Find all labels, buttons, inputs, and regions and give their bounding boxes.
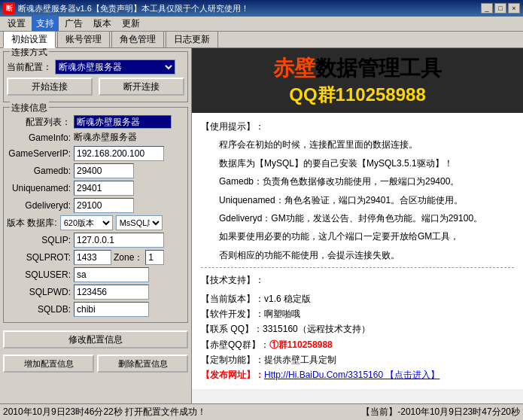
sqluser-input[interactable] — [74, 267, 149, 282]
left-panel: 连接方式 当前配置： 断魂赤壁服务器 开始连接 断开连接 连接信息 — [0, 48, 192, 403]
tip-5: 如果要使用必要的功能，这几个端口一定要开放给GM工具， — [201, 229, 514, 244]
config-list-label: 配置列表： — [7, 116, 71, 129]
title-bar: 断 断魂赤壁服务器v1.6【免责声明】本工具仅限于个人研究使用！ _ □ × — [0, 0, 523, 17]
gamedb-input[interactable] — [74, 163, 134, 178]
uniquenamed-row: Uniquenamed: — [7, 181, 184, 196]
sqlport-input[interactable] — [74, 250, 111, 265]
add-config-button[interactable]: 增加配置信息 — [3, 355, 94, 373]
tip-1: 数据库为【MySQL】的要自己安装【MySQL3.5.1驱动】！ — [201, 156, 514, 171]
sqluser-label: SQLUSER: — [7, 269, 71, 280]
title-text: 断 断魂赤壁服务器v1.6【免责声明】本工具仅限于个人研究使用！ — [3, 2, 249, 14]
sqlport-label: SQLPROT: — [7, 252, 71, 263]
tip-3: Uniquenamed：角色名验证，端口为29401。合区功能使用。 — [201, 193, 514, 208]
tip-6: 否则相应的功能不能使用，会提示连接失败。 — [201, 248, 514, 263]
gamedb-label: Gamedb: — [7, 166, 71, 176]
db-version-row: 版本 数据库: 620版本 MsSQL库 — [7, 215, 184, 230]
status-bar: 2010年10月9日23时46分22秒 打开配置文件成功！ 【当前】-2010年… — [0, 403, 523, 420]
tech-item-1: 【软件开发】： 啊塑啪哦 — [201, 306, 514, 321]
minimize-button[interactable]: _ — [481, 3, 493, 14]
right-header: 赤壁数据管理工具 QQ群110258988 — [192, 48, 523, 113]
gameinfo-label: GameInfo: — [7, 132, 71, 143]
tab-log-update[interactable]: 日志更新 — [166, 31, 218, 47]
start-connect-button[interactable]: 开始连接 — [7, 78, 93, 96]
current-config-row: 当前配置： 断魂赤壁服务器 — [7, 59, 184, 75]
tab-role-management[interactable]: 角色管理 — [111, 31, 164, 47]
tip-0: 程序会在初始的时候，连接配置里面的数据连接。 — [201, 137, 514, 152]
uniquenamed-input[interactable] — [74, 181, 134, 196]
maximize-button[interactable]: □ — [494, 3, 506, 14]
title-data-mgmt: 数据管理工具 — [315, 56, 442, 80]
website-link[interactable]: Http://Hi.BaiDu.Com/3315160 【点击进入】 — [264, 367, 439, 382]
menu-item-settings[interactable]: 设置 — [3, 16, 30, 32]
gdeliveryd-label: Gdeliveryd: — [7, 200, 71, 211]
delete-config-button[interactable]: 删除配置信息 — [97, 355, 188, 373]
sqlip-input[interactable] — [74, 233, 164, 248]
tip-4: Gdeliveryd：GM功能，发送公告、封停角色功能。端口为29100。 — [201, 211, 514, 226]
config-select[interactable]: 断魂赤壁服务器 — [55, 59, 175, 75]
separator — [201, 267, 514, 268]
db-version-select[interactable]: 620版本 — [60, 215, 113, 230]
tech-title: 【技术支持】： — [201, 272, 514, 288]
connection-method-title: 连接方式 — [10, 48, 49, 59]
modify-config-button[interactable]: 修改配置信息 — [3, 330, 188, 348]
connection-method-group: 连接方式 当前配置： 断魂赤壁服务器 开始连接 断开连接 — [3, 51, 188, 102]
sqldb-input[interactable] — [74, 302, 149, 317]
sqluser-row: SQLUSER: — [7, 267, 184, 282]
zone-label: Zone： — [114, 251, 143, 264]
app-icon: 断 — [3, 2, 15, 14]
sqlip-row: SQLIP: — [7, 233, 184, 248]
status-left: 2010年10月9日23时46分22秒 打开配置文件成功！ — [3, 406, 355, 418]
qq-label: QQ群 — [289, 84, 335, 105]
uniquenamed-label: Uniquenamed: — [7, 183, 71, 193]
menu-item-ads[interactable]: 广告 — [60, 16, 87, 32]
gameinfo-value: 断魂赤壁服务器 — [74, 131, 137, 144]
close-button[interactable]: × — [508, 3, 520, 14]
sqlpwd-row: SQLPWD: — [7, 285, 184, 300]
menu-item-support[interactable]: 支持 — [32, 16, 59, 32]
tech-item-0: 【当前版本】： v1.6 稳定版 — [201, 291, 514, 306]
right-header-title: 赤壁数据管理工具 — [199, 54, 515, 83]
sqldb-label: SQLDB: — [7, 304, 71, 315]
gdeliveryd-input[interactable] — [74, 198, 134, 213]
tip-2: Gamedb：负责角色数据修改功能使用，一般端口为29400。 — [201, 174, 514, 189]
sqlport-row: SQLPROT: Zone： — [7, 250, 184, 265]
title-controls: _ □ × — [481, 3, 520, 14]
tips-title: 【使用提示】： — [201, 119, 514, 134]
connection-info-group: 连接信息 配置列表： 断魂赤壁服务器 GameInfo: 断魂赤壁服务器 Gam… — [3, 107, 188, 323]
sqlip-label: SQLIP: — [7, 235, 71, 245]
connect-buttons: 开始连接 断开连接 — [7, 78, 184, 96]
tab-initial-settings[interactable]: 初始设置 — [3, 31, 56, 48]
tab-bar: 初始设置 账号管理 角色管理 日志更新 — [0, 32, 523, 48]
qq-number: 110258988 — [336, 84, 426, 105]
main-content: 连接方式 当前配置： 断魂赤壁服务器 开始连接 断开连接 连接信息 — [0, 48, 523, 403]
db-version-label: 版本 数据库: — [7, 217, 57, 230]
menu-item-version[interactable]: 版本 — [89, 16, 116, 32]
stop-connect-button[interactable]: 断开连接 — [99, 78, 184, 96]
gdeliveryd-row: Gdeliveryd: — [7, 198, 184, 213]
gameinfo-row: GameInfo: 断魂赤壁服务器 — [7, 131, 184, 144]
title-chibi: 赤壁 — [273, 56, 315, 80]
right-panel: 赤壁数据管理工具 QQ群110258988 【使用提示】： 程序会在初始的时候，… — [192, 48, 523, 403]
config-list-value: 断魂赤壁服务器 — [74, 115, 172, 129]
gameserverip-row: GameServerIP: — [7, 146, 184, 161]
tab-account-management[interactable]: 账号管理 — [57, 31, 110, 47]
sqlpwd-input[interactable] — [74, 285, 149, 300]
sqlpwd-label: SQLPWD: — [7, 287, 71, 297]
gameserverip-label: GameServerIP: — [7, 148, 71, 159]
tech-item-2: 【联系 QQ】： 3315160（远程技术支持） — [201, 321, 514, 336]
right-content: 【使用提示】： 程序会在初始的时候，连接配置里面的数据连接。 数据库为【MySQ… — [192, 113, 523, 389]
gameserverip-input[interactable] — [74, 146, 164, 161]
add-delete-buttons: 增加配置信息 删除配置信息 — [3, 355, 188, 373]
sqldb-row: SQLDB: — [7, 302, 184, 317]
config-list-row: 配置列表： 断魂赤壁服务器 — [7, 115, 184, 129]
gamedb-row: Gamedb: — [7, 163, 184, 178]
menu-bar: 设置 支持 广告 版本 更新 — [0, 17, 523, 32]
right-header-qq: QQ群110258988 — [199, 83, 515, 107]
tech-item-4: 【定制功能】： 提供赤壁工具定制 — [201, 352, 514, 367]
tech-item-3: 【赤壁QQ群】： ①群110258988 — [201, 337, 514, 352]
window-title: 断魂赤壁服务器v1.6【免责声明】本工具仅限于个人研究使用！ — [18, 3, 249, 14]
db-type-select[interactable]: MsSQL库 — [116, 215, 163, 230]
menu-item-update[interactable]: 更新 — [117, 16, 144, 32]
connection-info-title: 连接信息 — [10, 102, 49, 114]
zone-input[interactable] — [145, 250, 164, 265]
